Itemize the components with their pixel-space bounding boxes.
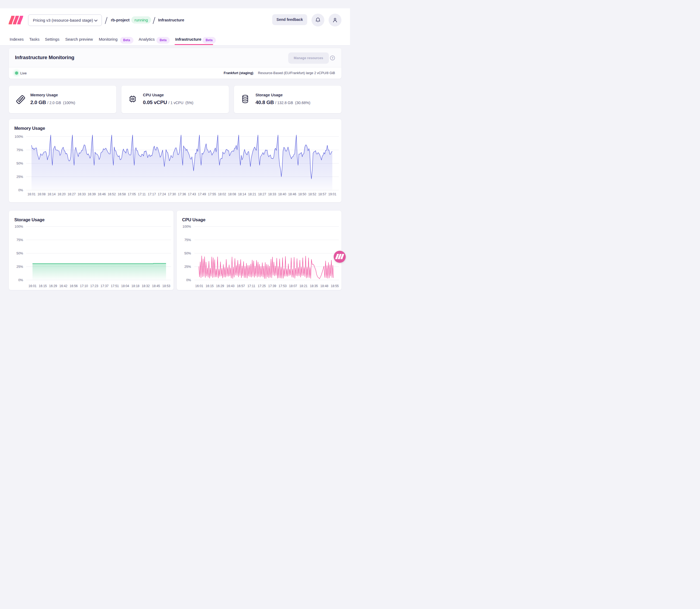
svg-text:18:02: 18:02 (218, 192, 226, 196)
svg-text:17:49: 17:49 (198, 192, 206, 196)
svg-text:17:30: 17:30 (168, 192, 176, 196)
svg-text:75%: 75% (16, 238, 23, 242)
svg-text:16:15: 16:15 (205, 284, 213, 288)
svg-text:18:50: 18:50 (298, 192, 306, 196)
svg-text:18:21: 18:21 (299, 284, 307, 288)
svg-text:25%: 25% (16, 265, 23, 268)
svg-text:17:37: 17:37 (101, 284, 109, 288)
svg-text:18:07: 18:07 (289, 284, 297, 288)
svg-text:17:23: 17:23 (90, 284, 98, 288)
svg-text:17:05: 17:05 (128, 192, 136, 196)
svg-text:16:57: 16:57 (237, 284, 245, 288)
svg-text:50%: 50% (184, 251, 191, 255)
svg-text:18:21: 18:21 (248, 192, 256, 196)
svg-text:16:29: 16:29 (49, 284, 57, 288)
svg-text:16:20: 16:20 (57, 192, 66, 196)
svg-text:17:39: 17:39 (268, 284, 276, 288)
svg-text:16:01: 16:01 (28, 284, 36, 288)
svg-text:16:46: 16:46 (97, 192, 106, 196)
svg-text:16:01: 16:01 (28, 192, 36, 196)
svg-text:100%: 100% (182, 225, 191, 228)
svg-text:16:08: 16:08 (37, 192, 46, 196)
svg-text:16:56: 16:56 (70, 284, 77, 288)
svg-text:18:52: 18:52 (308, 192, 316, 196)
svg-text:?: ? (331, 56, 333, 59)
svg-text:18:32: 18:32 (142, 284, 150, 288)
svg-text:16:52: 16:52 (108, 192, 116, 196)
svg-text:17:25: 17:25 (257, 284, 266, 288)
svg-text:17:11: 17:11 (138, 192, 146, 196)
svg-text:16:39: 16:39 (88, 192, 96, 196)
svg-text:50%: 50% (16, 162, 23, 166)
svg-text:25%: 25% (16, 175, 23, 179)
svg-text:50%: 50% (16, 251, 23, 255)
svg-text:100%: 100% (15, 225, 23, 228)
svg-text:18:04: 18:04 (121, 284, 129, 288)
svg-text:17:11: 17:11 (247, 284, 255, 288)
svg-text:18:57: 18:57 (318, 192, 326, 196)
svg-text:18:08: 18:08 (228, 192, 236, 196)
svg-text:17:55: 17:55 (208, 192, 216, 196)
svg-text:18:18: 18:18 (131, 284, 139, 288)
svg-text:18:48: 18:48 (320, 284, 328, 288)
svg-text:16:14: 16:14 (48, 192, 56, 196)
svg-text:25%: 25% (184, 265, 191, 268)
svg-text:17:36: 17:36 (178, 192, 186, 196)
svg-text:16:33: 16:33 (77, 192, 86, 196)
svg-text:16:27: 16:27 (68, 192, 76, 196)
svg-text:18:55: 18:55 (330, 284, 339, 288)
svg-text:17:43: 17:43 (188, 192, 196, 196)
svg-text:0%: 0% (186, 278, 191, 282)
svg-text:0%: 0% (18, 278, 23, 282)
svg-text:16:01: 16:01 (195, 284, 203, 288)
svg-text:0%: 0% (18, 188, 23, 192)
svg-text:19:01: 19:01 (328, 192, 336, 196)
svg-text:17:53: 17:53 (279, 284, 286, 288)
svg-text:75%: 75% (184, 238, 191, 242)
svg-text:18:33: 18:33 (268, 192, 276, 196)
svg-text:17:17: 17:17 (148, 192, 156, 196)
svg-text:16:15: 16:15 (39, 284, 47, 288)
svg-text:18:14: 18:14 (238, 192, 246, 196)
svg-text:18:53: 18:53 (162, 284, 170, 288)
svg-text:17:51: 17:51 (111, 284, 119, 288)
svg-text:100%: 100% (15, 135, 23, 139)
svg-text:18:46: 18:46 (288, 192, 296, 196)
svg-text:16:42: 16:42 (59, 284, 67, 288)
svg-text:17:10: 17:10 (80, 284, 88, 288)
svg-text:18:40: 18:40 (278, 192, 286, 196)
svg-text:16:58: 16:58 (118, 192, 126, 196)
svg-text:75%: 75% (16, 148, 23, 152)
svg-text:16:29: 16:29 (216, 284, 224, 288)
svg-text:17:24: 17:24 (158, 192, 166, 196)
svg-text:18:35: 18:35 (310, 284, 318, 288)
svg-text:16:43: 16:43 (226, 284, 234, 288)
svg-text:18:27: 18:27 (258, 192, 266, 196)
svg-text:18:45: 18:45 (152, 284, 160, 288)
